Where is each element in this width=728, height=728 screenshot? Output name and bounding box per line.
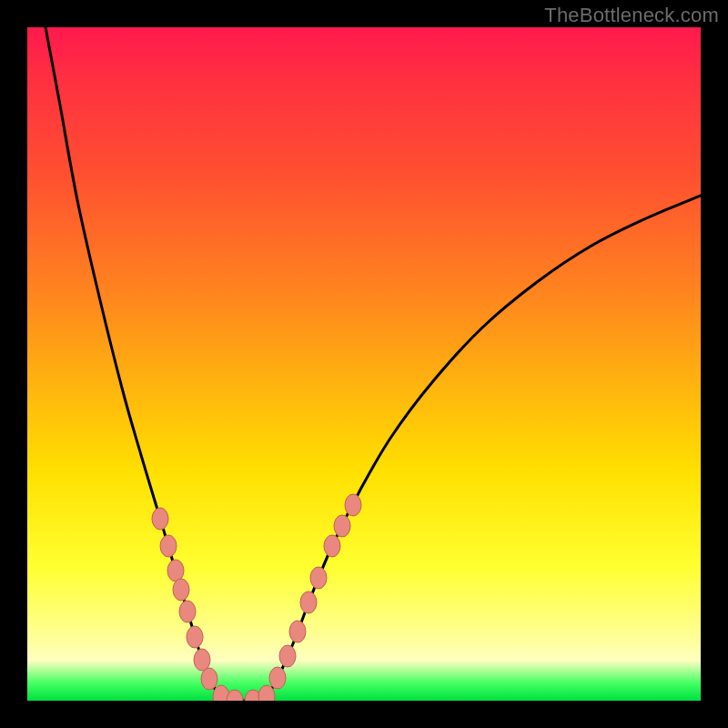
marker-dot [227, 690, 243, 701]
curve-svg [27, 27, 701, 701]
marker-dot [152, 508, 168, 530]
chart-frame: TheBottleneck.com [0, 0, 728, 728]
marker-dot [334, 515, 350, 537]
marker-dot [187, 626, 203, 648]
marker-dot [310, 567, 327, 589]
curve-left-curve [46, 27, 226, 701]
marker-dot [345, 494, 361, 516]
marker-dot [179, 601, 196, 622]
marker-dot [173, 579, 189, 601]
curve-right-curve [262, 196, 701, 701]
marker-dot [160, 535, 177, 557]
marker-dot [324, 535, 340, 557]
marker-dot [279, 645, 296, 667]
marker-dot [269, 667, 286, 689]
marker-dot [194, 649, 210, 671]
marker-dot [289, 621, 306, 642]
watermark-text: TheBottleneck.com [544, 4, 719, 27]
marker-dot [201, 668, 217, 690]
marker-dot [167, 560, 184, 581]
plot-area [27, 27, 701, 701]
marker-dot [300, 592, 317, 613]
